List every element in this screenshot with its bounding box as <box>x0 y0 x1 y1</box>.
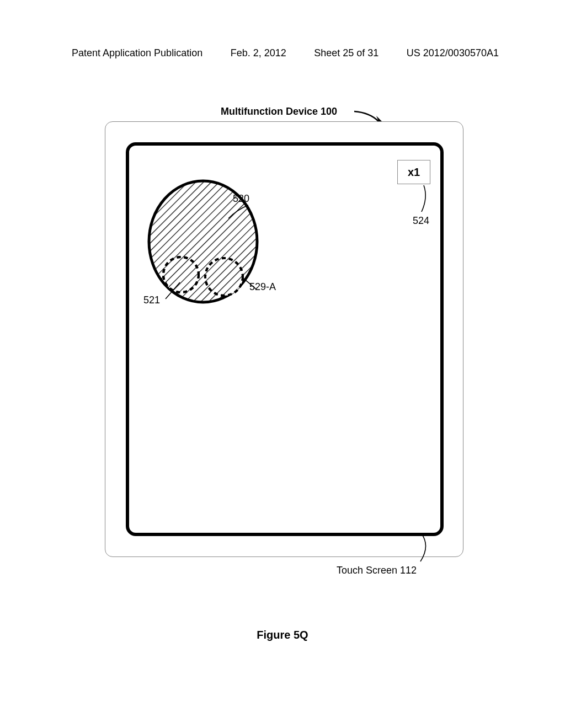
zoom-indicator-box: x1 <box>397 160 430 184</box>
leader-521 <box>163 281 185 301</box>
touchscreen-label: Touch Screen 112 <box>337 565 417 576</box>
header-sheet: Sheet 25 of 31 <box>314 47 379 59</box>
diagram-canvas <box>126 142 444 536</box>
page: Patent Application Publication Feb. 2, 2… <box>0 0 565 728</box>
figure-caption: Figure 5Q <box>0 629 565 641</box>
ref-521: 521 <box>143 295 160 306</box>
device-label: Multifunction Device 100 <box>221 106 337 117</box>
header-publication-type: Patent Application Publication <box>72 47 202 59</box>
ref-520: 520 <box>233 193 249 205</box>
ref-529a: 529-A <box>249 281 276 293</box>
leader-touchscreen <box>418 533 440 564</box>
leader-520 <box>226 204 254 221</box>
zoom-indicator-text: x1 <box>408 166 420 179</box>
leader-524 <box>418 184 435 215</box>
header-date: Feb. 2, 2012 <box>231 47 286 59</box>
page-header: Patent Application Publication Feb. 2, 2… <box>0 47 565 59</box>
header-pubnum: US 2012/0030570A1 <box>407 47 499 59</box>
ref-524: 524 <box>413 215 429 227</box>
